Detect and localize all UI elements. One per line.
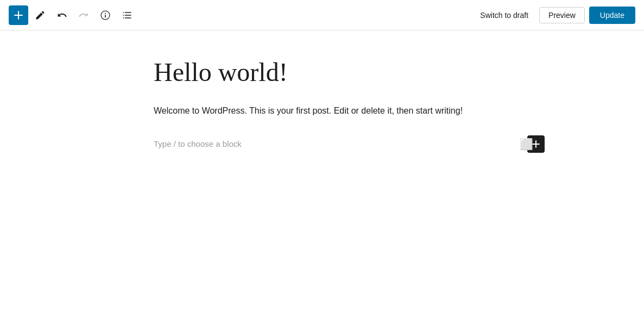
toolbar: Switch to draft Preview Update bbox=[0, 0, 644, 30]
switch-to-draft-button[interactable]: Switch to draft bbox=[473, 8, 535, 23]
update-button[interactable]: Update bbox=[589, 7, 635, 24]
undo-button[interactable] bbox=[52, 5, 72, 25]
post-title[interactable]: Hello world! bbox=[154, 57, 490, 88]
toolbar-right: Switch to draft Preview Update bbox=[473, 7, 635, 24]
editor-area: Hello world! Welcome to WordPress. This … bbox=[0, 30, 644, 311]
info-button[interactable] bbox=[96, 5, 115, 25]
redo-button[interactable] bbox=[74, 5, 93, 25]
list-view-button[interactable] bbox=[117, 5, 137, 25]
toolbar-left bbox=[9, 5, 137, 25]
block-appender: Type / to choose a block ⬜ bbox=[154, 133, 490, 155]
block-appender-placeholder: Type / to choose a block bbox=[154, 139, 242, 148]
cursor-indicator: ⬜ bbox=[520, 139, 525, 149]
editor-content: Hello world! Welcome to WordPress. This … bbox=[154, 57, 490, 285]
post-paragraph[interactable]: Welcome to WordPress. This is your first… bbox=[154, 103, 490, 118]
add-block-button[interactable] bbox=[9, 5, 28, 25]
preview-button[interactable]: Preview bbox=[539, 7, 585, 23]
tools-button[interactable] bbox=[30, 5, 50, 25]
